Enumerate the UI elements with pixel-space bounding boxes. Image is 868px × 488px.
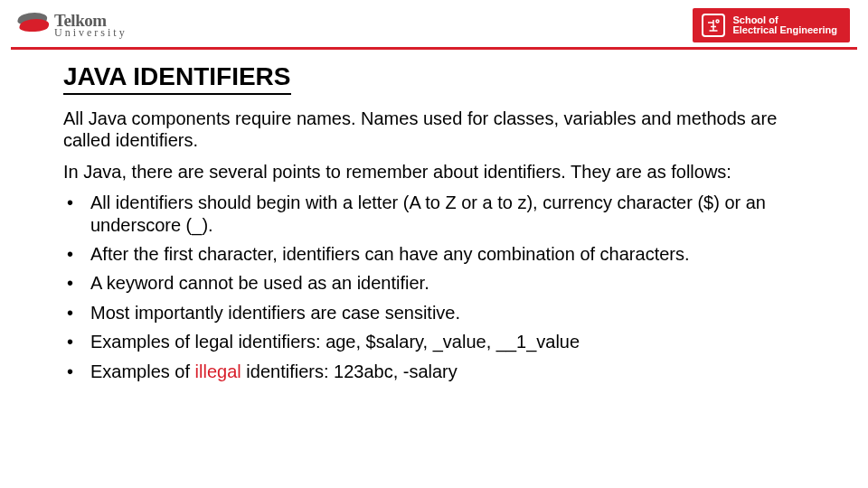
ee-logo: School of Electrical Engineering xyxy=(693,8,850,42)
ee-logo-text: School of Electrical Engineering xyxy=(732,15,837,35)
list-item: After the first character, identifiers c… xyxy=(63,243,805,265)
slide-header: Telkom University School of Electrical E… xyxy=(0,0,868,47)
list-item: Most importantly identifiers are case se… xyxy=(63,302,805,324)
paragraph-2: In Java, there are several points to rem… xyxy=(63,161,805,183)
svg-point-0 xyxy=(716,20,719,23)
telkom-logo-text: Telkom University xyxy=(54,13,127,38)
list-item: Examples of legal identifiers: age, $sal… xyxy=(63,331,805,352)
illegal-prefix: Examples of xyxy=(90,361,195,381)
illegal-word: illegal xyxy=(195,361,241,381)
list-item: All identifiers should begin with a lett… xyxy=(63,192,805,236)
paragraph-1: All Java components require names. Names… xyxy=(63,108,805,152)
illegal-suffix: identifiers: 123abc, -salary xyxy=(241,361,458,381)
telkom-wing-icon xyxy=(18,13,49,38)
circuit-icon xyxy=(702,14,725,37)
ee-line2: Electrical Engineering xyxy=(732,25,837,35)
telkom-logo: Telkom University xyxy=(18,13,127,38)
list-item-illegal: Examples of illegal identifiers: 123abc,… xyxy=(63,361,805,382)
bullet-list: All identifiers should begin with a lett… xyxy=(63,192,805,382)
list-item: A keyword cannot be used as an identifie… xyxy=(63,272,805,294)
slide-title: JAVA IDENTIFIERS xyxy=(63,62,291,95)
slide-content: JAVA IDENTIFIERS All Java components req… xyxy=(0,50,868,399)
telkom-line2: University xyxy=(54,28,127,38)
